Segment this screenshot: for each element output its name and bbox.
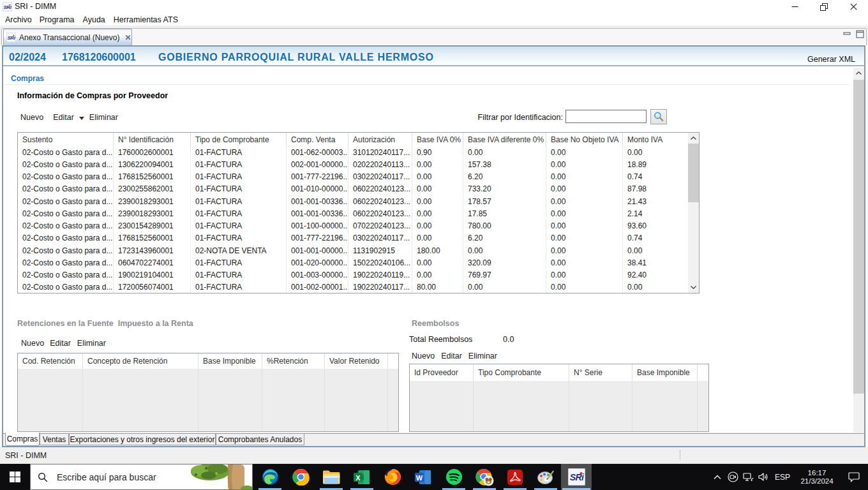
table-row[interactable]: 02-Costo o Gasto para d...17200560740010…: [18, 281, 699, 293]
retenciones-nuevo-button[interactable]: Nuevo: [21, 339, 44, 348]
nuevo-button[interactable]: Nuevo: [20, 113, 43, 122]
reembolsos-eliminar-button[interactable]: Eliminar: [468, 352, 497, 360]
column-header[interactable]: Valor Retenido: [325, 353, 388, 369]
taskbar-app-sri-dimm[interactable]: [561, 464, 592, 490]
table-row[interactable]: 02-Costo o Gasto para d...23900182930010…: [18, 207, 699, 219]
table-row[interactable]: 02-Costo o Gasto para d...23001542890010…: [18, 220, 699, 232]
menu-herramientas-ats[interactable]: Herramientas ATS: [110, 15, 182, 24]
table-row[interactable]: 02-Costo o Gasto para d...23900182930010…: [18, 195, 699, 207]
compras-toolbar: Nuevo Editar Eliminar: [20, 113, 118, 122]
table-cell: 001-002-00001...: [287, 281, 348, 293]
taskbar-app-excel[interactable]: X: [347, 464, 377, 490]
tab-anexo-transaccional[interactable]: Anexo Transaccional (Nuevo) ✕: [3, 29, 132, 45]
retenciones-editar-button[interactable]: Editar: [50, 339, 71, 348]
content-scroll-thumb[interactable]: [853, 80, 864, 394]
scroll-thumb[interactable]: [688, 144, 699, 202]
editar-dropdown-icon[interactable]: [79, 117, 84, 120]
column-header[interactable]: Cod. Retención: [18, 353, 83, 369]
tray-date: 21/3/2024: [794, 477, 840, 486]
table-row[interactable]: 02-Costo o Gasto para d...17681525600010…: [18, 171, 699, 183]
table-row[interactable]: 02-Costo o Gasto para d...23002558620010…: [18, 183, 699, 195]
taskbar-app-word[interactable]: W: [408, 464, 438, 490]
column-header[interactable]: Concepto de Retención: [83, 353, 198, 369]
tab-close-icon[interactable]: ✕: [124, 34, 131, 41]
tray-meet-now-icon[interactable]: [725, 464, 740, 490]
taskbar-app-acrobat[interactable]: [500, 464, 530, 490]
view-maximize-icon[interactable]: [856, 30, 864, 38]
table-row[interactable]: 02-Costo o Gasto para d...17600026000010…: [18, 146, 699, 158]
column-header[interactable]: Id Proveedor: [410, 364, 474, 381]
table-row[interactable]: 02-Costo o Gasto para d...19002191040010…: [18, 269, 699, 281]
column-header[interactable]: %Retención: [262, 353, 325, 369]
compras-table-scrollbar[interactable]: [688, 133, 699, 293]
content-scrollbar[interactable]: [853, 68, 864, 446]
sri-tab-icon: [6, 33, 16, 42]
bottom-tab-compras[interactable]: Compras: [5, 433, 40, 446]
column-header[interactable]: Tipo Comprobante: [474, 364, 569, 381]
column-header[interactable]: Monto IVA: [623, 133, 688, 146]
tray-network-icon[interactable]: [740, 464, 756, 490]
view-minimize-icon[interactable]: [843, 31, 851, 38]
column-header[interactable]: [388, 353, 398, 369]
eliminar-button[interactable]: Eliminar: [89, 113, 118, 122]
bottom-tab-exportaciones[interactable]: Exportaciones y otros ingresos del exter…: [69, 433, 216, 445]
column-header[interactable]: Base IVA 0%: [412, 133, 463, 146]
column-header[interactable]: Base No Objeto IVA: [546, 133, 623, 146]
taskbar-search[interactable]: Escribe aquí para buscar: [30, 464, 253, 490]
table-cell: 001-777-22196...: [287, 232, 348, 244]
table-row[interactable]: 02-Costo o Gasto para d...17681525600010…: [18, 232, 699, 244]
taskbar-app-chrome-profile[interactable]: [469, 464, 500, 490]
table-cell: 030220240117...: [348, 232, 412, 244]
column-separator: [622, 146, 623, 293]
filter-search-button[interactable]: [650, 109, 667, 124]
column-header[interactable]: Base Imponible: [632, 364, 698, 381]
tray-volume-icon[interactable]: [756, 464, 771, 490]
menu-programa[interactable]: Programa: [36, 15, 79, 24]
close-button[interactable]: [839, 0, 868, 13]
start-button[interactable]: [0, 464, 30, 490]
tray-chevron-up-icon[interactable]: [710, 464, 725, 490]
bottom-tab-comprobantes-anulados[interactable]: Comprobantes Anulados: [216, 433, 304, 445]
scroll-down-icon[interactable]: [688, 282, 699, 293]
column-header[interactable]: [698, 364, 708, 381]
taskbar-app-file-explorer[interactable]: [316, 464, 347, 490]
menu-archivo[interactable]: Archivo: [1, 15, 36, 24]
table-row[interactable]: 02-Costo o Gasto para d...13062200940010…: [18, 158, 699, 170]
taskbar-app-paint[interactable]: [530, 464, 561, 490]
tray-clock[interactable]: 16:17 21/3/2024: [794, 469, 840, 486]
taskbar-app-firefox[interactable]: [377, 464, 408, 490]
minimize-button[interactable]: [780, 0, 809, 13]
table-cell: 0.00: [463, 244, 546, 256]
reembolsos-nuevo-button[interactable]: Nuevo: [412, 352, 435, 360]
restore-button[interactable]: [809, 0, 839, 13]
column-header[interactable]: Base Imponible: [198, 353, 262, 369]
column-header[interactable]: N° Serie: [569, 364, 632, 381]
taskbar-app-chrome[interactable]: [285, 464, 316, 490]
column-header[interactable]: Comp. Venta: [287, 133, 348, 146]
retenciones-eliminar-button[interactable]: Eliminar: [77, 339, 106, 348]
column-header[interactable]: Base IVA diferente 0%: [463, 133, 546, 146]
table-cell: 01-FACTURA: [191, 171, 287, 183]
scroll-up-icon[interactable]: [688, 133, 699, 144]
table-cell: 0.74: [623, 171, 688, 183]
column-header[interactable]: Tipo de Comprobante: [191, 133, 287, 146]
taxpayer-name-label: GOBIERNO PARROQUIAL RURAL VALLE HERMOSO: [158, 52, 434, 63]
taskbar-app-spotify[interactable]: [438, 464, 469, 490]
content-scroll-up-icon[interactable]: [853, 68, 864, 78]
table-row[interactable]: 02-Costo o Gasto para d...06047022740010…: [18, 256, 699, 269]
filter-input[interactable]: [565, 110, 647, 123]
tray-notification-icon[interactable]: [840, 464, 868, 490]
taskbar-app-edge[interactable]: [255, 464, 285, 490]
column-header[interactable]: Autorización: [348, 133, 412, 146]
generar-xml-link[interactable]: Generar XML: [772, 55, 855, 64]
table-cell: 001-010-00000...: [287, 183, 348, 195]
menu-ayuda[interactable]: Ayuda: [79, 15, 109, 24]
compras-section-title: Compras: [11, 74, 44, 83]
column-header[interactable]: Sustento: [18, 133, 114, 146]
table-row[interactable]: 02-Costo o Gasto para d...17231439600010…: [18, 244, 699, 256]
column-header[interactable]: N° Identificación: [114, 133, 191, 146]
bottom-tab-ventas[interactable]: Ventas: [40, 433, 69, 445]
tray-language[interactable]: ESP: [771, 473, 794, 482]
editar-button[interactable]: Editar: [53, 113, 74, 122]
reembolsos-editar-button[interactable]: Editar: [441, 352, 462, 360]
